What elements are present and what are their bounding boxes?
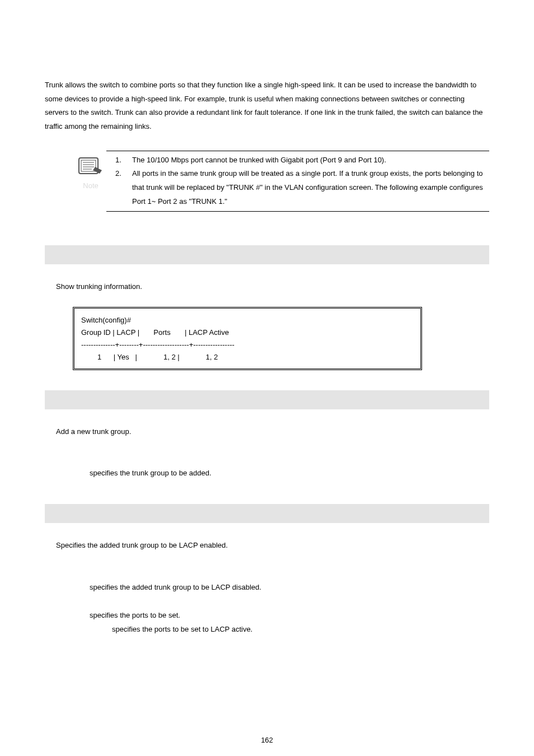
note-list: 1. The 10/100 Mbps port cannot be trunke…: [106, 153, 489, 209]
section-band: [45, 245, 489, 264]
section-band: [45, 390, 489, 409]
param-description: specifies the ports to be set.: [90, 609, 489, 623]
note-number: 1.: [111, 153, 132, 167]
section-band: [45, 504, 489, 523]
section-description: Specifies the added trunk group to be LA…: [56, 539, 489, 553]
param-description: specifies the added trunk group to be LA…: [90, 581, 489, 595]
note-text: The 10/100 Mbps port cannot be trunked w…: [132, 153, 489, 167]
page-number: 162: [0, 734, 534, 748]
param-description: specifies the ports to be set to LACP ac…: [112, 623, 489, 637]
note-number: 2.: [111, 167, 132, 208]
section-description: Add a new trunk group.: [56, 425, 489, 439]
section-description: Show trunking information.: [56, 280, 489, 294]
note-icon: Note: [75, 157, 106, 193]
param-description: specifies the trunk group to be added.: [90, 466, 489, 480]
terminal-output: Switch(config)# Group ID | LACP | Ports …: [73, 307, 422, 370]
note-block: Note 1. The 10/100 Mbps port cannot be t…: [106, 151, 489, 212]
intro-paragraph: Trunk allows the switch to combine ports…: [45, 78, 489, 134]
note-label: Note: [75, 179, 106, 193]
note-text: All ports in the same trunk group will b…: [132, 167, 489, 208]
